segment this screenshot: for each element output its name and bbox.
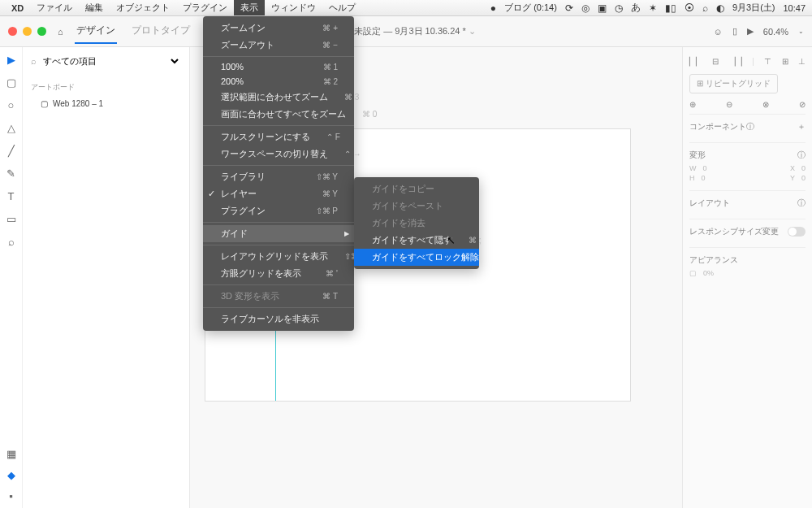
menubar-time[interactable]: 10:47 xyxy=(783,3,806,13)
menu-item[interactable]: 200%⌘ 2 xyxy=(203,74,354,89)
plugins-icon[interactable]: ▪ xyxy=(6,490,17,501)
submenu-item: ガイドをペースト xyxy=(354,198,479,215)
play-icon[interactable]: ▶ xyxy=(747,26,754,37)
tool-artboard[interactable]: ▭ xyxy=(6,213,17,224)
wifi-icon[interactable]: ⦿ xyxy=(685,2,694,14)
artboard-icon: ▢ xyxy=(41,99,48,108)
menu-item[interactable]: ライブカーソルを非表示 xyxy=(203,310,354,328)
menu-item: 3D 変形を表示⌘ T xyxy=(203,288,354,305)
subtract-icon[interactable]: ⊖ xyxy=(726,100,732,109)
menu-item[interactable]: 画面に合わせてすべてをズーム⌘ 0 xyxy=(203,106,354,123)
view-dropdown: ズームイン⌘ +ズームアウト⌘ −100%⌘ 1200%⌘ 2選択範囲に合わせて… xyxy=(203,16,354,331)
menu-item[interactable]: レイアウトグリッドを表示⇧⌘ ' xyxy=(203,248,354,265)
tool-select[interactable]: ▶ xyxy=(6,54,17,65)
component-label: コンポーネント xyxy=(689,121,746,132)
menu-item[interactable]: ガイド xyxy=(203,225,354,242)
menu-item[interactable]: 方眼グリッドを表示⌘ ' xyxy=(203,265,354,282)
menu-item[interactable]: ズームアウト⌘ − xyxy=(203,37,354,54)
mobile-preview-icon[interactable]: ▯ xyxy=(732,26,737,37)
tool-icon[interactable]: ✶ xyxy=(649,2,657,14)
info-icon-3[interactable]: ⓘ xyxy=(797,198,806,209)
right-panel: ▏▏ ⊟ ▕▕ | ⊤ ⊞ ⊥ ⊞ リピートグリッド ⊕ ⊖ ⊗ ⊘ コンポーネ… xyxy=(682,47,812,508)
submenu-item: ガイドを消去 xyxy=(354,215,479,232)
submenu-item[interactable]: ガイドをすべてロック解除⇧⌘ ; xyxy=(354,249,479,266)
menubar-right: ● ブログ (0:14) ⟳ ◎ ▣ ◷ あ ✶ ▮▯ ⦿ ⌕ ◐ 9月3日(土… xyxy=(490,1,806,15)
align-bottom-icon[interactable]: ⊥ xyxy=(798,57,806,66)
clock-icon[interactable]: ◷ xyxy=(615,2,623,14)
menubar-date[interactable]: 9月3日(土) xyxy=(732,2,775,14)
record-icon[interactable]: ● xyxy=(490,2,496,14)
tool-line[interactable]: ╱ xyxy=(6,145,17,156)
input-icon[interactable]: あ xyxy=(631,1,641,15)
maximize-button[interactable] xyxy=(37,27,46,36)
menu-view[interactable]: 表示 xyxy=(234,0,265,15)
libraries-icon[interactable]: ▦ xyxy=(6,448,17,459)
menu-plugin[interactable]: プラグイン xyxy=(176,0,234,15)
box-icon[interactable]: ▣ xyxy=(598,2,607,14)
info-icon-2[interactable]: ⓘ xyxy=(797,150,806,161)
repeat-grid-button[interactable]: ⊞ リピートグリッド xyxy=(689,74,778,93)
tool-text[interactable]: T xyxy=(6,190,17,202)
submenu-item: ガイドをコピー xyxy=(354,180,479,198)
align-center-h-icon[interactable]: ⊟ xyxy=(712,57,719,66)
cc-icon[interactable]: ◎ xyxy=(581,2,590,14)
opacity-value[interactable]: 0% xyxy=(703,269,714,277)
toolbar-right: ☺ ▯ ▶ 60.4% ⌄ xyxy=(714,26,804,37)
menu-item[interactable]: フルスクリーンにする⌃ F xyxy=(203,128,354,145)
app-name[interactable]: XD xyxy=(11,3,24,13)
align-right-icon[interactable]: ▕▕ xyxy=(729,57,742,66)
tab-design[interactable]: デザイン xyxy=(75,19,117,44)
add-icon[interactable]: ⊕ xyxy=(689,100,696,109)
menu-item[interactable]: ✓レイヤー⌘ Y xyxy=(203,185,354,202)
align-left-icon[interactable]: ▏▏ xyxy=(689,57,702,66)
tab-prototype[interactable]: プロトタイプ xyxy=(130,19,192,44)
tool-rectangle[interactable]: ▢ xyxy=(6,76,17,88)
sync-icon[interactable]: ⟳ xyxy=(565,2,573,14)
control-icon[interactable]: ◐ xyxy=(716,2,724,14)
intersect-icon[interactable]: ⊗ xyxy=(762,100,769,109)
menu-item[interactable]: ワークスペースの切り替え⌃ → xyxy=(203,145,354,163)
add-component-icon[interactable]: ＋ xyxy=(797,121,806,132)
submenu-item[interactable]: ガイドをすべて隠す⌘ ; xyxy=(354,232,479,249)
menu-file[interactable]: ファイル xyxy=(30,0,79,15)
layers-icon[interactable]: ◆ xyxy=(6,469,17,480)
tool-zoom[interactable]: ⌕ xyxy=(6,236,17,247)
menu-item[interactable]: ライブラリ⇧⌘ Y xyxy=(203,168,354,185)
home-icon[interactable]: ⌂ xyxy=(58,27,63,37)
info-icon[interactable]: ⓘ xyxy=(746,121,754,132)
artboard-item[interactable]: ▢ Web 1280 – 1 xyxy=(31,98,181,110)
document-title: 名称未設定 — 9月3日 10.36.24 * ⌄ xyxy=(336,25,476,37)
responsive-toggle[interactable] xyxy=(788,227,806,237)
menu-window[interactable]: ウィンドウ xyxy=(265,0,322,15)
tool-polygon[interactable]: △ xyxy=(6,122,17,133)
exclude-icon[interactable]: ⊘ xyxy=(799,100,806,109)
opacity-icon: ▢ xyxy=(689,269,697,277)
menu-item[interactable]: 100%⌘ 1 xyxy=(203,59,354,74)
tool-pen[interactable]: ✎ xyxy=(6,167,17,179)
left-panel: ⌕ すべての項目 アートボード ▢ Web 1280 – 1 xyxy=(23,47,190,508)
menu-item[interactable]: ズームイン⌘ + xyxy=(203,20,354,37)
minimize-button[interactable] xyxy=(23,27,32,36)
battery-icon[interactable]: ▮▯ xyxy=(665,2,676,14)
menu-item[interactable]: プラグイン⇧⌘ P xyxy=(203,202,354,219)
macos-menubar: XD ファイル 編集 オブジェクト プラグイン 表示 ウィンドウ ヘルプ ● ブ… xyxy=(0,0,812,16)
menu-help[interactable]: ヘルプ xyxy=(322,0,362,15)
artboard-section-label: アートボード xyxy=(31,82,181,93)
align-center-v-icon[interactable]: ⊞ xyxy=(782,57,788,66)
filter-select[interactable]: すべての項目 xyxy=(40,55,181,67)
chevron-down-icon[interactable]: ⌄ xyxy=(798,28,804,35)
user-icon[interactable]: ☺ xyxy=(714,27,723,37)
menu-object[interactable]: オブジェクト xyxy=(110,0,176,15)
search-icon[interactable]: ⌕ xyxy=(31,56,37,66)
traffic-lights xyxy=(8,27,46,36)
close-button[interactable] xyxy=(8,27,17,36)
blog-timer[interactable]: ブログ (0:14) xyxy=(504,2,557,14)
search-icon[interactable]: ⌕ xyxy=(702,2,708,14)
menu-item[interactable]: 選択範囲に合わせてズーム⌘ 3 xyxy=(203,89,354,106)
responsive-label: レスポンシブサイズ変更 xyxy=(689,226,779,237)
menu-edit[interactable]: 編集 xyxy=(79,0,110,15)
tool-ellipse[interactable]: ○ xyxy=(6,99,17,111)
zoom-level[interactable]: 60.4% xyxy=(763,27,788,37)
align-top-icon[interactable]: ⊤ xyxy=(764,57,771,66)
layout-label: レイアウト xyxy=(689,198,730,209)
